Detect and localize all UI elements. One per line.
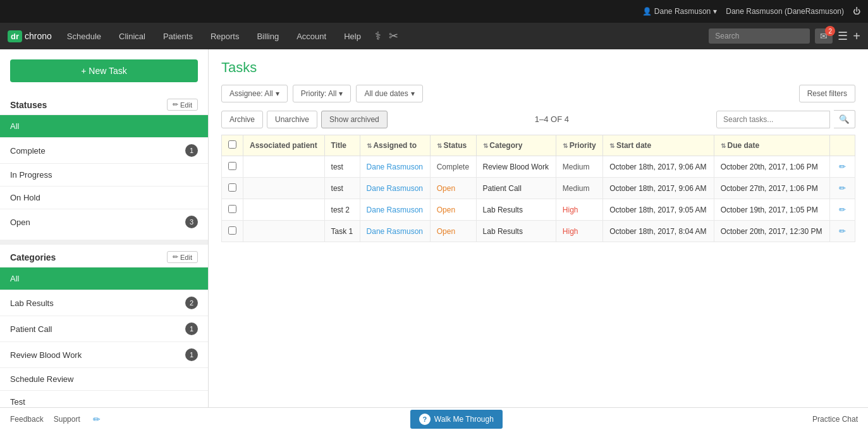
header-priority[interactable]: Priority xyxy=(556,135,602,156)
feedback-link[interactable]: Feedback xyxy=(10,415,44,424)
row-edit-button-2[interactable]: ✏ xyxy=(836,204,848,216)
header-associated-patient: Associated patient xyxy=(243,135,325,156)
status-on-hold[interactable]: On Hold xyxy=(0,186,208,209)
status-open[interactable]: Open 3 xyxy=(0,209,208,235)
header-assigned-to[interactable]: Assigned to xyxy=(360,135,430,156)
statuses-edit-button[interactable]: ✏ Edit xyxy=(167,99,198,111)
row-status-1: Open xyxy=(430,178,476,199)
row-checkbox-2[interactable] xyxy=(228,205,236,213)
unarchive-button[interactable]: Unarchive xyxy=(267,111,317,128)
header-checkbox-col xyxy=(222,135,243,156)
header-status[interactable]: Status xyxy=(430,135,476,156)
nav-reports[interactable]: Reports xyxy=(203,27,247,46)
task-search-button[interactable]: 🔍 xyxy=(834,110,855,128)
status-complete-badge: 1 xyxy=(185,144,198,157)
nav-patients[interactable]: Patients xyxy=(156,27,200,46)
row-checkbox-3[interactable] xyxy=(228,226,236,235)
row-edit-cell-2: ✏ xyxy=(829,199,855,221)
row-due-date-3: October 20th, 2017, 12:30 PM xyxy=(714,221,829,242)
row-edit-button-0[interactable]: ✏ xyxy=(836,161,848,173)
top-bar: 👤 Dane Rasmuson ▾ Dane Rasmuson (DaneRas… xyxy=(0,0,868,23)
row-checkbox-1[interactable] xyxy=(228,183,236,192)
categories-title: Categories xyxy=(10,252,56,262)
assignee-link-0[interactable]: Dane Rasmuson xyxy=(367,163,423,171)
status-all[interactable]: All xyxy=(0,114,208,137)
status-complete[interactable]: Complete 1 xyxy=(0,137,208,163)
category-schedule-review[interactable]: Schedule Review xyxy=(0,367,208,390)
category-all[interactable]: All xyxy=(0,267,208,290)
category-review-blood-work-label: Review Blood Work xyxy=(10,350,82,360)
status-value-2: Open xyxy=(437,206,455,214)
select-all-checkbox[interactable] xyxy=(228,140,236,149)
mail-button[interactable]: ✉ 2 xyxy=(815,28,833,44)
row-edit-button-3[interactable]: ✏ xyxy=(836,225,848,237)
table-row: test 2 Dane Rasmuson Open Lab Results Hi… xyxy=(222,199,855,221)
status-in-progress[interactable]: In Progress xyxy=(0,163,208,186)
nav-bar: dr chrono Schedule Clinical Patients Rep… xyxy=(0,23,868,49)
category-review-blood-work[interactable]: Review Blood Work 1 xyxy=(0,341,208,367)
assignee-link-3[interactable]: Dane Rasmuson xyxy=(367,227,423,236)
logo-text: chrono xyxy=(25,31,52,41)
row-priority-2: High xyxy=(556,199,602,221)
row-edit-cell-0: ✏ xyxy=(829,156,855,178)
task-search-input[interactable] xyxy=(716,111,830,128)
category-all-label: All xyxy=(10,274,19,283)
scissors-icon[interactable]: ✂ xyxy=(388,28,400,44)
support-link[interactable]: Support xyxy=(54,415,80,424)
row-edit-cell-3: ✏ xyxy=(829,221,855,242)
edit-bottom-icon[interactable]: ✏ xyxy=(93,414,101,424)
row-assigned-to-2: Dane Rasmuson xyxy=(360,199,430,221)
practice-chat-link[interactable]: Practice Chat xyxy=(812,415,858,424)
header-category[interactable]: Category xyxy=(476,135,556,156)
nav-help[interactable]: Help xyxy=(336,27,369,46)
row-checkbox-cell xyxy=(222,156,243,178)
assignee-link-2[interactable]: Dane Rasmuson xyxy=(367,206,423,214)
assignee-filter[interactable]: Assignee: All ▾ xyxy=(221,85,288,102)
nav-schedule[interactable]: Schedule xyxy=(59,27,109,46)
row-edit-button-1[interactable]: ✏ xyxy=(836,182,848,194)
due-dates-filter[interactable]: All due dates ▾ xyxy=(356,85,422,102)
stethoscope-icon[interactable]: ⚕ xyxy=(374,28,382,44)
assignee-link-1[interactable]: Dane Rasmuson xyxy=(367,184,423,193)
status-value-1: Open xyxy=(437,184,455,193)
category-lab-results-badge: 2 xyxy=(185,297,198,309)
row-patient-2 xyxy=(243,199,325,221)
nav-clinical[interactable]: Clinical xyxy=(111,27,153,46)
search-input[interactable] xyxy=(709,28,810,44)
header-start-date[interactable]: Start date xyxy=(603,135,714,156)
category-patient-call[interactable]: Patient Call 1 xyxy=(0,316,208,341)
hamburger-icon[interactable]: ☰ xyxy=(838,29,848,43)
row-title-3: Task 1 xyxy=(324,221,360,242)
priority-value-0: Medium xyxy=(563,163,590,171)
question-mark-icon: ? xyxy=(419,414,431,425)
archive-button[interactable]: Archive xyxy=(221,111,263,128)
row-edit-cell-1: ✏ xyxy=(829,178,855,199)
row-title-1: test xyxy=(324,178,360,199)
priority-filter[interactable]: Priority: All ▾ xyxy=(293,85,351,102)
category-patient-call-label: Patient Call xyxy=(10,324,52,334)
reset-filters-button[interactable]: Reset filters xyxy=(799,85,855,102)
new-task-button[interactable]: + New Task xyxy=(10,59,198,82)
user-dropdown-1[interactable]: 👤 Dane Rasmuson ▾ xyxy=(642,7,717,16)
chevron-down-icon-2: ▾ xyxy=(339,89,343,98)
walk-me-through-label: Walk Me Through xyxy=(434,415,494,424)
category-patient-call-badge: 1 xyxy=(185,322,198,335)
category-lab-results[interactable]: Lab Results 2 xyxy=(0,290,208,316)
nav-billing[interactable]: Billing xyxy=(249,27,286,46)
power-icon[interactable]: ⏻ xyxy=(853,7,860,16)
walk-me-through-button[interactable]: ? Walk Me Through xyxy=(410,410,503,429)
show-archived-button[interactable]: Show archived xyxy=(321,111,388,128)
search-icon: 🔍 xyxy=(839,114,850,124)
priority-filter-label: Priority: All xyxy=(301,89,337,98)
row-checkbox-0[interactable] xyxy=(228,162,236,170)
categories-edit-button[interactable]: ✏ Edit xyxy=(167,251,198,263)
nav-account[interactable]: Account xyxy=(289,27,334,46)
row-priority-1: Medium xyxy=(556,178,602,199)
row-start-date-0: October 18th, 2017, 9:06 AM xyxy=(603,156,714,178)
assignee-filter-label: Assignee: All xyxy=(229,89,273,98)
bottom-bar: Feedback Support ✏ ? Walk Me Through Pra… xyxy=(0,407,868,430)
row-priority-0: Medium xyxy=(556,156,602,178)
mail-badge: 2 xyxy=(825,26,835,36)
plus-icon[interactable]: + xyxy=(853,29,860,44)
header-due-date[interactable]: Due date xyxy=(714,135,829,156)
